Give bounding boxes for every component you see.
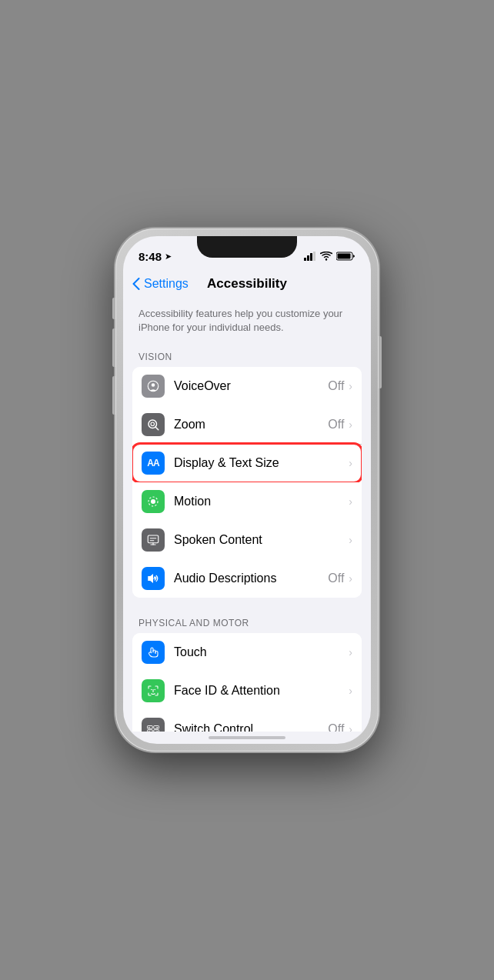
vision-section-header: VISION <box>123 347 371 367</box>
voiceover-row[interactable]: VoiceOver Off › <box>132 367 362 405</box>
touch-icon-svg <box>146 645 160 659</box>
motion-icon-svg <box>146 495 160 508</box>
touch-chevron: › <box>349 646 352 658</box>
svg-rect-1 <box>307 255 309 261</box>
face-id-label: Face ID & Attention <box>174 684 349 698</box>
spoken-content-icon <box>142 528 165 552</box>
scroll-content[interactable]: Accessibility features help you customiz… <box>123 298 371 732</box>
spoken-content-label: Spoken Content <box>174 533 349 547</box>
spoken-content-chevron: › <box>349 534 352 546</box>
svg-rect-0 <box>304 258 306 261</box>
zoom-row[interactable]: Zoom Off › <box>132 405 362 444</box>
spoken-icon-svg <box>146 533 160 547</box>
svg-rect-6 <box>338 254 351 259</box>
zoom-chevron: › <box>349 418 352 431</box>
back-button[interactable]: Settings <box>132 277 189 291</box>
audio-descriptions-row[interactable]: AD Audio Descriptions Off › <box>132 559 362 598</box>
svg-rect-17 <box>149 727 150 728</box>
svg-rect-20 <box>148 730 153 732</box>
volume-up-button <box>112 328 115 367</box>
zoom-label: Zoom <box>174 418 328 432</box>
audio-descriptions-icon: AD <box>142 567 165 590</box>
face-id-row[interactable]: Face ID & Attention › <box>132 672 362 710</box>
switch-control-value: Off <box>328 722 344 732</box>
page-title: Accessibility <box>207 276 287 292</box>
svg-line-11 <box>155 427 159 430</box>
vision-settings-list: VoiceOver Off › Zoom Off › <box>132 367 362 598</box>
voiceover-chevron: › <box>349 380 352 392</box>
switch-control-chevron: › <box>349 723 352 732</box>
display-text-size-chevron: › <box>349 457 352 469</box>
display-text-size-row[interactable]: AA Display & Text Size › <box>132 444 362 482</box>
svg-rect-22 <box>154 730 159 732</box>
touch-icon <box>142 641 165 664</box>
back-label: Settings <box>144 277 189 291</box>
motion-chevron: › <box>349 495 352 508</box>
svg-text:AD: AD <box>153 577 158 580</box>
faceid-icon-svg <box>146 684 160 698</box>
status-icons <box>304 252 355 261</box>
spoken-content-row[interactable]: Spoken Content › <box>132 521 362 559</box>
switch-icon-svg <box>146 722 160 732</box>
audio-descriptions-chevron: › <box>349 572 352 585</box>
svg-point-4 <box>325 258 327 260</box>
audio-icon-svg: AD <box>146 572 160 585</box>
volume-down-button <box>112 376 115 415</box>
audio-descriptions-value: Off <box>328 572 344 585</box>
svg-rect-2 <box>310 253 312 261</box>
motor-settings-list: Touch › <box>132 633 362 732</box>
page-description: Accessibility features help you customiz… <box>123 298 371 347</box>
audio-descriptions-label: Audio Descriptions <box>174 572 328 585</box>
zoom-value: Off <box>328 418 344 432</box>
notch <box>197 236 297 258</box>
svg-point-8 <box>152 384 155 388</box>
svg-rect-14 <box>148 535 159 543</box>
motion-icon <box>142 490 165 513</box>
svg-rect-3 <box>313 252 315 261</box>
status-time: 8:48 <box>139 250 162 263</box>
signal-icon <box>304 252 316 261</box>
touch-label: Touch <box>174 645 349 659</box>
mute-button <box>112 298 115 319</box>
switch-control-label: Switch Control <box>174 722 328 732</box>
svg-rect-16 <box>148 726 153 729</box>
display-text-size-label: Display & Text Size <box>174 456 349 470</box>
back-chevron-icon <box>132 278 140 290</box>
svg-rect-19 <box>157 727 159 728</box>
voiceover-label: VoiceOver <box>174 379 328 393</box>
battery-icon <box>336 252 355 261</box>
voiceover-icon <box>142 375 165 398</box>
motor-section-header: PHYSICAL AND MOTOR <box>123 613 371 633</box>
zoom-icon-svg <box>146 418 160 432</box>
power-button <box>379 336 382 388</box>
voiceover-icon-svg <box>146 379 160 393</box>
zoom-icon <box>142 413 165 436</box>
face-id-icon <box>142 679 165 702</box>
touch-row[interactable]: Touch › <box>132 633 362 672</box>
voiceover-value: Off <box>328 379 344 393</box>
svg-point-12 <box>151 499 155 504</box>
navigation-bar: Settings Accessibility <box>123 270 371 298</box>
phone-frame: 8:48 ➤ <box>115 228 379 752</box>
location-icon: ➤ <box>165 252 172 262</box>
motion-label: Motion <box>174 495 349 508</box>
switch-control-icon <box>142 718 165 732</box>
home-indicator <box>209 736 285 739</box>
phone-screen: 8:48 ➤ <box>123 236 371 744</box>
svg-point-10 <box>151 422 155 426</box>
svg-rect-18 <box>154 726 159 729</box>
motion-row[interactable]: Motion › <box>132 482 362 521</box>
display-text-size-icon: AA <box>142 452 165 475</box>
face-id-chevron: › <box>349 685 352 697</box>
wifi-icon <box>320 252 332 261</box>
switch-control-row[interactable]: Switch Control Off › <box>132 710 362 732</box>
